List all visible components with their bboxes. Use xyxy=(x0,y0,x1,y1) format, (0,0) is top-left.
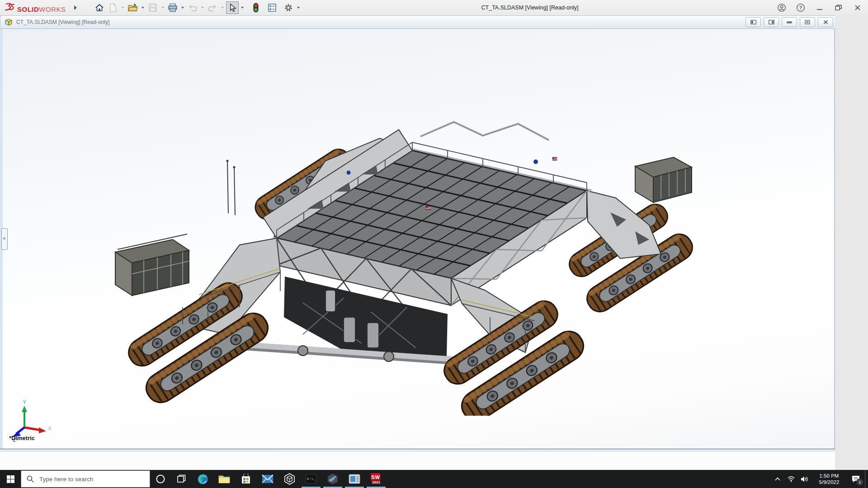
notification-badge: 1 xyxy=(856,479,863,486)
show-desktop-button[interactable] xyxy=(865,470,868,488)
restore-button[interactable] xyxy=(833,2,844,14)
us-flag-decal-2 xyxy=(552,157,557,160)
us-flag-decal xyxy=(426,206,431,210)
triad-y-label: Y xyxy=(23,400,26,405)
home-button[interactable] xyxy=(93,1,106,14)
save-dropdown[interactable] xyxy=(160,2,165,14)
antennas xyxy=(227,162,235,215)
taskbar-store[interactable] xyxy=(235,470,257,488)
minimize-button[interactable] xyxy=(814,2,826,14)
options-dropdown[interactable] xyxy=(296,2,301,14)
network-button[interactable] xyxy=(784,470,798,488)
dock-pane-right-button[interactable] xyxy=(764,17,779,27)
3d-viewer-icon xyxy=(284,473,295,485)
solidworks-mark-icon xyxy=(5,3,15,12)
menu-flyout-arrow-icon[interactable] xyxy=(74,5,77,10)
taskbar-media-app[interactable] xyxy=(344,470,365,488)
clock-date: 5/9/2022 xyxy=(815,479,843,485)
crawler-transporter-model[interactable] xyxy=(90,108,705,416)
cab-rear[interactable] xyxy=(635,157,692,202)
properties-button[interactable] xyxy=(266,1,278,14)
print-dropdown[interactable] xyxy=(180,2,185,14)
close-button[interactable] xyxy=(852,2,863,14)
action-center-button[interactable]: 1 xyxy=(847,470,865,488)
document-close-button[interactable] xyxy=(818,17,833,27)
open-icon xyxy=(128,3,138,12)
help-glyph: ? xyxy=(799,5,802,10)
performance-light-icon xyxy=(253,3,259,13)
graphics-viewport[interactable]: Y X Z *Dimetric xyxy=(3,29,834,449)
tray-expand-button[interactable] xyxy=(771,470,784,488)
taskbar-3d-viewer[interactable] xyxy=(278,470,300,488)
open-dropdown[interactable] xyxy=(140,2,146,14)
volume-button[interactable] xyxy=(798,470,811,488)
performance-evaluation-button[interactable] xyxy=(250,1,262,14)
select-tool-dropdown[interactable] xyxy=(240,2,245,14)
taskbar-file-explorer[interactable] xyxy=(213,470,235,488)
solidworks-year: 2021 xyxy=(370,480,382,484)
edge-icon xyxy=(197,474,208,485)
assembly-document-icon xyxy=(5,19,13,26)
file-explorer-icon xyxy=(218,474,230,484)
undo-button[interactable] xyxy=(186,1,199,14)
new-document-button[interactable] xyxy=(107,1,119,14)
document-minimize-button[interactable] xyxy=(782,17,797,27)
help-button[interactable]: ? xyxy=(795,2,807,14)
system-tray: 1:50 PM 5/9/2022 1 xyxy=(771,470,868,488)
document-minimize-icon xyxy=(787,20,792,24)
properties-icon xyxy=(268,3,277,12)
options-gear-icon xyxy=(284,3,293,12)
solidworks-app-icon: SW 2021 xyxy=(370,473,382,485)
undo-icon xyxy=(188,4,198,12)
new-document-icon xyxy=(109,3,117,12)
quick-toolbar xyxy=(93,1,301,14)
dock-right-icon xyxy=(769,20,774,24)
cortana-icon xyxy=(156,474,165,484)
cab-front[interactable] xyxy=(115,234,189,296)
options-button[interactable] xyxy=(282,1,295,14)
taskbar-clock[interactable]: 1:50 PM 5/9/2022 xyxy=(815,473,843,485)
windows-taskbar: C:\_ SW 2021 xyxy=(0,470,868,488)
search-input[interactable] xyxy=(38,475,140,483)
dock-pane-left-button[interactable] xyxy=(745,17,761,27)
redo-button[interactable] xyxy=(206,1,219,14)
account-button[interactable] xyxy=(776,2,788,14)
search-icon xyxy=(27,475,34,483)
document-titlebar[interactable]: CT_TA.SLDASM [Viewing] [Read-only] xyxy=(0,15,840,29)
taskbar-edge[interactable] xyxy=(192,470,213,488)
taskbar-edrawings[interactable] xyxy=(322,470,344,488)
print-button[interactable] xyxy=(166,1,179,14)
dock-left-icon xyxy=(750,20,756,24)
command-prompt-icon: C:\_ xyxy=(306,474,316,483)
roof-truss xyxy=(420,122,549,140)
task-view-button[interactable] xyxy=(171,470,192,488)
restore-icon xyxy=(835,5,842,11)
document-restore-button[interactable] xyxy=(800,17,815,27)
taskbar-search[interactable] xyxy=(21,470,150,488)
document-window-buttons xyxy=(745,17,833,27)
mail-icon xyxy=(262,474,274,483)
select-tool-button[interactable] xyxy=(226,1,239,14)
save-button[interactable] xyxy=(146,1,159,14)
window-background-strip xyxy=(0,452,835,470)
taskbar-command-prompt[interactable]: C:\_ xyxy=(300,470,322,488)
open-button[interactable] xyxy=(127,1,139,14)
start-button[interactable] xyxy=(0,470,21,488)
featuremanager-splitter-handle[interactable] xyxy=(1,228,8,250)
taskbar-solidworks[interactable]: SW 2021 xyxy=(365,470,387,488)
cortana-button[interactable] xyxy=(150,470,171,488)
minimize-icon xyxy=(816,5,823,11)
redo-icon xyxy=(208,4,217,12)
document-restore-icon xyxy=(805,20,810,24)
window-background-right xyxy=(835,15,868,470)
store-icon xyxy=(241,474,251,484)
print-icon xyxy=(168,3,178,12)
new-document-dropdown[interactable] xyxy=(120,2,126,14)
triad-x-label: X xyxy=(48,426,52,431)
account-icon xyxy=(777,3,786,12)
redo-dropdown[interactable] xyxy=(220,2,225,14)
save-icon xyxy=(148,3,157,12)
nasa-logo-decal-2 xyxy=(347,171,351,175)
taskbar-mail[interactable] xyxy=(257,470,278,488)
undo-dropdown[interactable] xyxy=(200,2,205,14)
